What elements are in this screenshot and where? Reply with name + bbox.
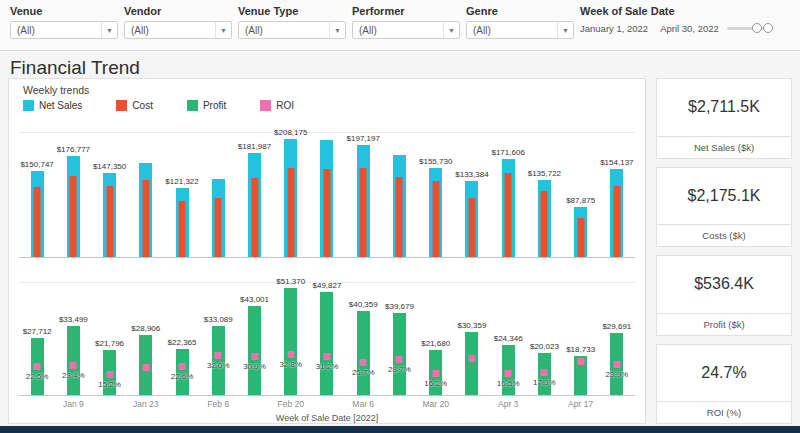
week-column: $30,359 xyxy=(454,332,490,395)
roi-mark[interactable] xyxy=(34,363,41,370)
net-sales-bar[interactable]: $171,606 xyxy=(502,159,515,257)
legend-item-roi[interactable]: ROI xyxy=(260,100,294,111)
week-column xyxy=(309,140,345,257)
cost-bar[interactable] xyxy=(34,187,41,257)
roi-mark[interactable] xyxy=(179,363,186,370)
cost-bar[interactable] xyxy=(577,218,584,257)
profit-bar[interactable]: $21,680 16.2% xyxy=(429,350,442,395)
net-sales-bar[interactable]: $155,730 xyxy=(429,168,442,257)
week-column: $33,089 32.0% xyxy=(200,326,236,395)
legend-item-net-sales[interactable]: Net Sales xyxy=(23,100,82,111)
net-sales-bar[interactable] xyxy=(320,140,333,257)
profit-bar[interactable]: $20,023 17.3% xyxy=(538,353,551,395)
net-sales-bar[interactable] xyxy=(212,179,225,257)
slider-handle-start[interactable] xyxy=(752,23,762,33)
roi-mark[interactable] xyxy=(106,371,113,378)
roi-mark[interactable] xyxy=(287,351,294,358)
filter-genre-select[interactable]: (All) ▼ xyxy=(466,21,574,39)
week-column: $181,987 xyxy=(236,153,272,257)
roi-mark[interactable] xyxy=(251,353,258,360)
profit-bar[interactable]: $30,359 xyxy=(465,332,478,395)
net-sales-bar[interactable]: $147,350 xyxy=(103,173,116,257)
profit-bar[interactable]: $40,359 25.7% xyxy=(357,311,370,395)
roi-mark[interactable] xyxy=(215,352,222,359)
roi-mark[interactable] xyxy=(432,370,439,377)
filter-venue-select[interactable]: (All) ▼ xyxy=(10,21,118,39)
cost-bar[interactable] xyxy=(396,177,403,257)
date-range-start: January 1, 2022 xyxy=(580,23,648,34)
filter-venue-type-select[interactable]: (All) ▼ xyxy=(238,21,346,39)
profit-bar[interactable]: $39,679 28.7% xyxy=(393,313,406,395)
filter-vendor-select[interactable]: (All) ▼ xyxy=(124,21,232,39)
net-sales-bar[interactable]: $197,197 xyxy=(357,145,370,257)
net-sales-bar[interactable]: $121,322 xyxy=(176,188,189,257)
roi-mark[interactable] xyxy=(360,359,367,366)
roi-mark[interactable] xyxy=(396,356,403,363)
kpi-net-sales: $2,711.5K Net Sales ($k) xyxy=(656,78,792,159)
cost-bar[interactable] xyxy=(70,176,77,257)
cost-bar[interactable] xyxy=(505,173,512,257)
net-sales-bar[interactable]: $208,175 xyxy=(284,139,297,257)
chevron-down-icon[interactable]: ▼ xyxy=(557,22,573,38)
net-sales-bar[interactable]: $181,987 xyxy=(248,153,261,257)
cost-bar[interactable] xyxy=(106,186,113,257)
profit-bar[interactable]: $21,796 15.2% xyxy=(103,350,116,395)
profit-bar[interactable]: $43,001 30.9% xyxy=(248,306,261,395)
chevron-down-icon[interactable]: ▼ xyxy=(101,22,117,38)
profit-bar[interactable]: $29,691 23.9% xyxy=(610,333,623,395)
roi-mark[interactable] xyxy=(541,369,548,376)
cost-bar[interactable] xyxy=(323,169,330,257)
net-sales-bar[interactable] xyxy=(393,155,406,257)
profit-bar[interactable]: $24,346 16.5% xyxy=(502,345,515,395)
profit-bar[interactable]: $49,827 31.2% xyxy=(320,292,333,395)
chevron-down-icon[interactable]: ▼ xyxy=(443,22,459,38)
net-sales-bar[interactable]: $154,137 xyxy=(610,169,623,257)
roi-mark[interactable] xyxy=(142,364,149,371)
roi-mark[interactable] xyxy=(613,361,620,368)
net-sales-bar[interactable]: $87,875 xyxy=(574,207,587,257)
roi-mark[interactable] xyxy=(505,370,512,377)
net-sales-bar[interactable]: $150,747 xyxy=(31,171,44,257)
cost-bar[interactable] xyxy=(360,168,367,257)
dashboard: Venue (All) ▼ Vendor (All) ▼ Venue Type … xyxy=(0,0,800,433)
net-cost-panel: $150,747 $176,777 $147,350 $121,322 xyxy=(19,132,635,258)
roi-mark[interactable] xyxy=(468,355,475,362)
kpi-column: $2,711.5K Net Sales ($k) $2,175.1K Costs… xyxy=(656,78,792,424)
net-sales-bar[interactable] xyxy=(139,163,152,257)
profit-bar[interactable]: $27,712 22.5% xyxy=(31,338,44,395)
date-range-slider[interactable] xyxy=(727,22,773,34)
kpi-net-sales-value: $2,711.5K xyxy=(657,79,791,136)
profit-bar[interactable]: $22,365 22.6% xyxy=(176,349,189,395)
profit-bar[interactable]: $18,733 xyxy=(574,356,587,395)
cost-bar[interactable] xyxy=(541,191,548,257)
slider-handle-end[interactable] xyxy=(763,23,773,33)
net-sales-bar[interactable]: $176,777 xyxy=(67,156,80,257)
kpi-costs-value: $2,175.1K xyxy=(657,168,791,225)
profit-bar[interactable]: $51,370 32.8% xyxy=(284,288,297,395)
profit-bar[interactable]: $28,906 xyxy=(139,335,152,395)
roi-mark[interactable] xyxy=(577,358,584,365)
profit-bar[interactable]: $33,499 23.4% xyxy=(67,326,80,395)
roi-mark[interactable] xyxy=(323,353,330,360)
filter-week-of-sale-date: Week of Sale Date January 1, 2022 April … xyxy=(580,5,790,34)
cost-bar[interactable] xyxy=(179,201,186,257)
profit-bar[interactable]: $33,089 32.0% xyxy=(212,326,225,395)
cost-bar[interactable] xyxy=(142,180,149,257)
cost-bar[interactable] xyxy=(287,168,294,257)
legend-item-cost[interactable]: Cost xyxy=(116,100,153,111)
cost-bar[interactable] xyxy=(613,186,620,257)
legend-swatch xyxy=(260,100,271,111)
cost-bar[interactable] xyxy=(251,178,258,257)
x-tick-label xyxy=(454,399,490,409)
cost-bar[interactable] xyxy=(215,198,222,257)
profit-roi-chart: $27,712 22.5% $33,499 23.4% $21,796 15.2… xyxy=(19,266,635,396)
net-sales-bar[interactable]: $135,722 xyxy=(538,180,551,257)
cost-bar[interactable] xyxy=(468,198,475,257)
chevron-down-icon[interactable]: ▼ xyxy=(329,22,345,38)
roi-mark[interactable] xyxy=(70,362,77,369)
cost-bar[interactable] xyxy=(432,181,439,257)
chevron-down-icon[interactable]: ▼ xyxy=(215,22,231,38)
filter-performer-select[interactable]: (All) ▼ xyxy=(352,21,460,39)
net-sales-bar[interactable]: $133,384 xyxy=(465,181,478,257)
legend-item-profit[interactable]: Profit xyxy=(187,100,226,111)
